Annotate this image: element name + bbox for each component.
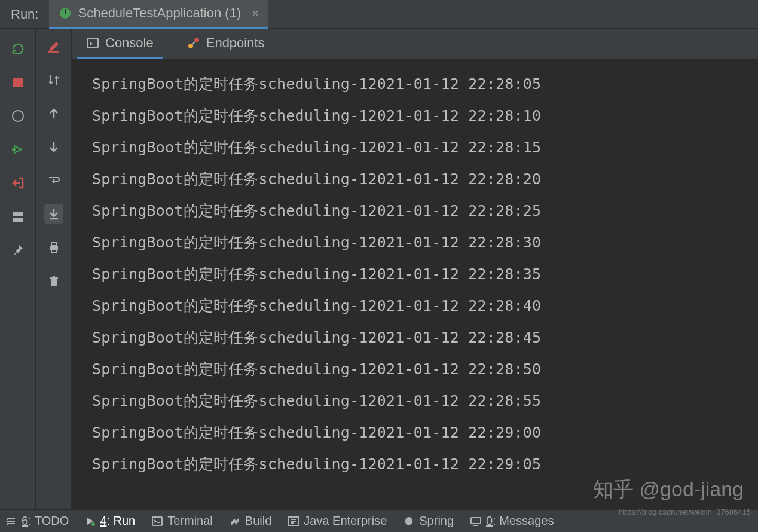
messages-key: 0	[486, 514, 493, 527]
log-line: SpringBoot的定时任务scheduling-12021-01-12 22…	[92, 163, 758, 195]
play-icon	[85, 516, 95, 526]
run-config-tab[interactable]: ScheduleTestApplication (1) ×	[49, 0, 268, 29]
svg-point-18	[91, 522, 95, 526]
svg-rect-1	[13, 78, 23, 87]
java-ee-label: Java Enterprise	[304, 514, 387, 528]
dump-threads-button[interactable]	[8, 106, 27, 126]
run-toolbar-left	[0, 29, 36, 509]
tab-endpoints-label: Endpoints	[206, 35, 265, 51]
java-ee-icon	[288, 516, 299, 526]
svg-rect-8	[48, 51, 59, 53]
todo-key: 6	[22, 514, 28, 527]
up-arrow-icon[interactable]	[44, 104, 63, 123]
svg-point-16	[188, 44, 193, 48]
bottom-run[interactable]: 4: Run	[85, 514, 135, 528]
layout-button[interactable]	[8, 207, 27, 226]
run-key: 4	[100, 514, 106, 527]
log-line: SpringBoot的定时任务scheduling-12021-01-12 22…	[92, 258, 758, 290]
endpoints-icon	[187, 36, 200, 50]
console-output[interactable]: SpringBoot的定时任务scheduling-12021-01-12 22…	[72, 60, 758, 509]
svg-point-5	[12, 148, 16, 151]
svg-rect-10	[51, 243, 56, 246]
terminal-label: Terminal	[167, 514, 213, 528]
messages-label: : Messages	[493, 514, 554, 527]
svg-rect-14	[53, 276, 55, 277]
bottom-java-enterprise[interactable]: Java Enterprise	[288, 514, 387, 528]
update-app-button[interactable]	[8, 140, 27, 159]
tab-console-label: Console	[105, 35, 154, 51]
bottom-todo[interactable]: 6: TODO	[6, 514, 69, 528]
terminal-icon	[152, 516, 163, 526]
console-icon	[86, 36, 99, 50]
log-line: SpringBoot的定时任务scheduling-12021-01-12 22…	[92, 353, 758, 385]
svg-rect-21	[471, 518, 481, 524]
run-panel-label: Run:	[0, 7, 49, 22]
exit-button[interactable]	[8, 173, 27, 192]
log-line: SpringBoot的定时任务scheduling-12021-01-12 22…	[92, 290, 758, 322]
rerun-button[interactable]	[8, 39, 27, 59]
log-line: SpringBoot的定时任务scheduling-12021-01-12 22…	[92, 417, 758, 448]
svg-point-17	[194, 38, 199, 42]
log-line: SpringBoot的定时任务scheduling-12021-01-12 22…	[92, 322, 758, 353]
run-label: : Run	[106, 514, 135, 527]
log-line: SpringBoot的定时任务scheduling-12021-01-12 22…	[92, 448, 758, 480]
spring-icon	[404, 516, 414, 527]
bottom-messages[interactable]: 0: Messages	[470, 514, 554, 528]
sub-tab-bar: Console Endpoints	[72, 29, 758, 60]
bottom-tool-bar: 6: TODO 4: Run Terminal Build Java Enter…	[0, 509, 758, 532]
svg-rect-11	[51, 249, 56, 252]
log-line: SpringBoot的定时任务scheduling-12021-01-12 22…	[92, 68, 758, 100]
console-toolbar	[36, 29, 72, 509]
top-bar: Run: ScheduleTestApplication (1) ×	[0, 0, 758, 29]
sort-icon[interactable]	[44, 71, 63, 90]
tab-console[interactable]: Console	[77, 29, 163, 59]
bottom-build[interactable]: Build	[230, 514, 271, 528]
build-icon	[230, 516, 240, 527]
messages-icon	[470, 516, 481, 526]
svg-rect-7	[13, 218, 23, 222]
build-label: Build	[245, 514, 271, 528]
trash-icon[interactable]	[44, 271, 63, 291]
bottom-terminal[interactable]: Terminal	[152, 514, 213, 528]
run-config-tab-label: ScheduleTestApplication (1)	[78, 5, 241, 21]
pin-button[interactable]	[8, 240, 27, 259]
stop-button[interactable]	[8, 73, 27, 92]
svg-point-4	[16, 114, 20, 118]
log-line: SpringBoot的定时任务scheduling-12021-01-12 22…	[92, 132, 758, 163]
todo-icon	[6, 516, 17, 527]
spring-label: Spring	[419, 514, 454, 528]
down-arrow-icon[interactable]	[44, 137, 63, 157]
scroll-to-end-icon[interactable]	[44, 204, 63, 224]
log-line: SpringBoot的定时任务scheduling-12021-01-12 22…	[92, 227, 758, 258]
svg-rect-15	[87, 38, 98, 48]
tab-endpoints[interactable]: Endpoints	[178, 29, 274, 59]
main-area: Console Endpoints SpringBoot的定时任务schedul…	[0, 29, 758, 509]
todo-label: : TODO	[28, 514, 69, 527]
svg-rect-19	[152, 517, 162, 525]
close-icon[interactable]: ×	[252, 7, 259, 20]
log-line: SpringBoot的定时任务scheduling-12021-01-12 22…	[92, 100, 758, 132]
log-line: SpringBoot的定时任务scheduling-12021-01-12 22…	[92, 385, 758, 417]
svg-rect-13	[50, 277, 58, 279]
svg-rect-12	[51, 279, 57, 286]
log-line: SpringBoot的定时任务scheduling-12021-01-12 22…	[92, 195, 758, 227]
content-panel: Console Endpoints SpringBoot的定时任务schedul…	[72, 29, 758, 509]
spring-boot-icon	[59, 7, 72, 20]
edit-icon[interactable]	[44, 37, 63, 56]
svg-rect-6	[13, 212, 23, 216]
print-icon[interactable]	[44, 238, 63, 257]
soft-wrap-icon[interactable]	[44, 171, 63, 190]
bottom-spring[interactable]: Spring	[404, 514, 454, 528]
